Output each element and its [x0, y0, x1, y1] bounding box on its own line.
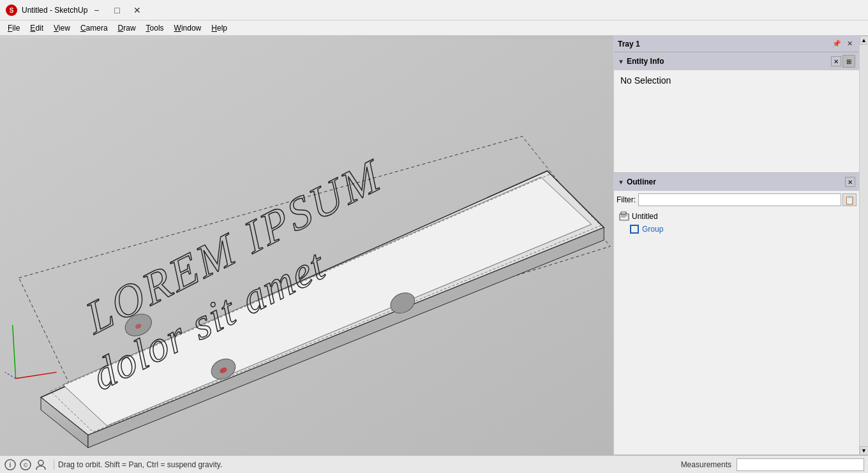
- measurements-input[interactable]: [737, 458, 864, 471]
- outliner-close-button[interactable]: ✕: [845, 177, 855, 187]
- entity-info-content: No Selection: [614, 70, 859, 172]
- outliner-collapse-arrow: ▼: [618, 179, 624, 186]
- outliner-section: ▼ Outliner ✕ Filter: 📋: [614, 173, 859, 455]
- tray-title: Tray 1: [618, 40, 830, 49]
- main-area: LOREM IPSUM dolor sit amet Tray 1 📌 ✕: [0, 36, 868, 455]
- status-separator: [54, 460, 54, 470]
- person-icon[interactable]: [34, 458, 47, 471]
- close-button[interactable]: ✕: [128, 4, 146, 17]
- outliner-title: Outliner: [627, 177, 845, 186]
- info-icon-1[interactable]: i: [4, 458, 17, 471]
- menu-tools[interactable]: Tools: [141, 22, 169, 34]
- entity-info-expand-button[interactable]: ⊞: [842, 55, 855, 68]
- group-icon: [629, 224, 640, 234]
- filter-label: Filter:: [617, 195, 636, 204]
- filter-copy-button[interactable]: 📋: [842, 193, 857, 206]
- outliner-item-group[interactable]: Group: [617, 223, 857, 236]
- menu-file[interactable]: File: [3, 22, 25, 34]
- entity-info-close-button[interactable]: ✕: [831, 56, 841, 66]
- status-bar: i © Drag to orbit. Shift = Pan, Ctrl = s…: [0, 455, 868, 473]
- outliner-content: Filter: 📋 Untitled: [614, 191, 859, 238]
- right-scrollbar[interactable]: ▲ ▼: [859, 36, 868, 455]
- status-text: Drag to orbit. Shift = Pan, Ctrl = suspe…: [58, 460, 681, 469]
- window-controls: − □ ✕: [87, 4, 146, 17]
- outliner-header[interactable]: ▼ Outliner ✕: [614, 173, 859, 191]
- minimize-button[interactable]: −: [87, 4, 105, 17]
- tray-close-button[interactable]: ✕: [844, 38, 855, 50]
- svg-text:i: i: [10, 462, 11, 469]
- outliner-model-label: Untitled: [632, 212, 658, 221]
- entity-info-collapse-arrow: ▼: [618, 58, 624, 65]
- outliner-group-label: Group: [642, 225, 663, 234]
- entity-info-title: Entity Info: [627, 57, 831, 66]
- filter-row: Filter: 📋: [617, 193, 857, 206]
- menu-view[interactable]: View: [49, 22, 75, 34]
- viewport[interactable]: LOREM IPSUM dolor sit amet: [0, 36, 613, 455]
- entity-info-header[interactable]: ▼ Entity Info ✕ ⊞: [614, 52, 859, 70]
- svg-point-27: [38, 460, 43, 465]
- scroll-up-arrow[interactable]: ▲: [860, 36, 869, 45]
- filter-input[interactable]: [638, 193, 841, 206]
- scroll-track[interactable]: [860, 45, 869, 446]
- scroll-down-arrow[interactable]: ▼: [860, 446, 869, 455]
- app-logo: S: [5, 4, 18, 17]
- measurements-label: Measurements: [681, 460, 731, 469]
- tray-header: Tray 1 📌 ✕: [614, 36, 859, 52]
- menu-edit[interactable]: Edit: [25, 22, 49, 34]
- no-selection-text: No Selection: [620, 75, 671, 86]
- menu-help[interactable]: Help: [206, 22, 232, 34]
- svg-text:S: S: [10, 7, 14, 14]
- tray-pin-button[interactable]: 📌: [831, 38, 842, 50]
- info-icon-2[interactable]: ©: [19, 458, 32, 471]
- model-icon: [619, 211, 629, 221]
- 3d-scene: LOREM IPSUM dolor sit amet: [0, 36, 613, 455]
- menu-bar: File Edit View Camera Draw Tools Window …: [0, 20, 868, 36]
- maximize-button[interactable]: □: [108, 4, 126, 17]
- svg-text:©: ©: [24, 462, 28, 469]
- title-bar: S Untitled - SketchUp − □ ✕: [0, 0, 868, 20]
- menu-camera[interactable]: Camera: [75, 22, 113, 34]
- right-panel: Tray 1 📌 ✕ ▼ Entity Info ✕ ⊞ No Selectio…: [613, 36, 859, 455]
- menu-window[interactable]: Window: [169, 22, 207, 34]
- outliner-item-model[interactable]: Untitled: [617, 210, 857, 223]
- entity-info-section: ▼ Entity Info ✕ ⊞ No Selection: [614, 52, 859, 173]
- menu-draw[interactable]: Draw: [113, 22, 141, 34]
- window-title: Untitled - SketchUp: [22, 6, 87, 15]
